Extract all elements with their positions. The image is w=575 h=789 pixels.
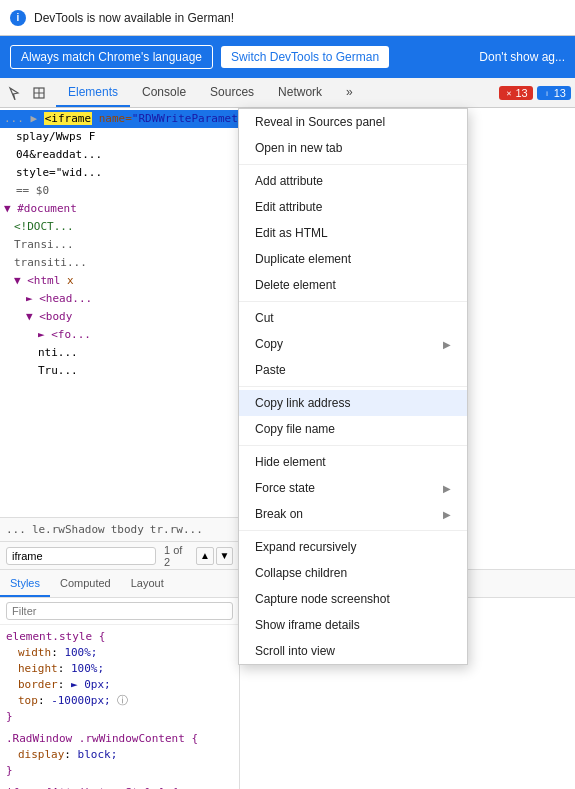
- dom-line[interactable]: Transi...: [0, 236, 239, 254]
- dom-tree: ... ▶ <iframe name="RDWWriteParameter" s…: [0, 108, 239, 517]
- svg-text:✕: ✕: [506, 90, 512, 97]
- search-next-button[interactable]: ▼: [216, 547, 233, 565]
- context-menu-item[interactable]: Copy link address: [239, 390, 467, 416]
- tab-console[interactable]: Console: [130, 78, 198, 107]
- dom-line[interactable]: ▼ <html x: [0, 272, 239, 290]
- context-menu-item[interactable]: Open in new tab: [239, 135, 467, 161]
- context-menu-item[interactable]: Copy▶: [239, 331, 467, 357]
- notification-bar: i DevTools is now available in German!: [0, 0, 575, 36]
- search-bar: 1 of 2 ▲ ▼: [0, 541, 239, 569]
- toolbar-icons: [4, 82, 50, 104]
- devtools-toolbar: Elements Console Sources Network » ✕ 13 …: [0, 78, 575, 108]
- search-input[interactable]: [6, 547, 156, 565]
- context-menu-item[interactable]: Scroll into view: [239, 638, 467, 664]
- tab-sources[interactable]: Sources: [198, 78, 266, 107]
- context-menu: Reveal in Sources panelOpen in new tabAd…: [238, 108, 468, 665]
- styles-panel: Styles Computed Layout element.style { w…: [0, 569, 239, 789]
- tab-styles[interactable]: Styles: [0, 570, 50, 597]
- context-menu-item[interactable]: Hide element: [239, 449, 467, 475]
- submenu-arrow-icon: ▶: [443, 509, 451, 520]
- toolbar-right: ✕ 13 i 13: [499, 86, 572, 100]
- context-menu-item[interactable]: Break on▶: [239, 501, 467, 527]
- css-block: iframe[Attributes Style] { border-top-wi…: [6, 785, 233, 789]
- match-language-button[interactable]: Always match Chrome's language: [10, 45, 213, 69]
- styles-filter: [0, 598, 239, 625]
- info-icon: i: [10, 10, 26, 26]
- dom-line[interactable]: ► <head...: [0, 290, 239, 308]
- search-nav: 1 of 2 ▲ ▼: [160, 544, 233, 568]
- dom-line[interactable]: style="wid...: [0, 164, 239, 182]
- css-block: element.style { width: 100%; height: 100…: [6, 629, 233, 725]
- context-menu-item[interactable]: Edit attribute: [239, 194, 467, 220]
- menu-divider: [239, 530, 467, 531]
- dom-line[interactable]: <!DOCT...: [0, 218, 239, 236]
- cursor-icon[interactable]: [4, 82, 26, 104]
- switch-language-button[interactable]: Switch DevTools to German: [221, 46, 389, 68]
- dom-line[interactable]: nti...: [0, 344, 239, 362]
- context-menu-item[interactable]: Show iframe details: [239, 612, 467, 638]
- context-menu-item[interactable]: Force state▶: [239, 475, 467, 501]
- context-menu-item[interactable]: Capture node screenshot: [239, 586, 467, 612]
- warning-badge[interactable]: i 13: [537, 86, 571, 100]
- menu-divider: [239, 445, 467, 446]
- search-prev-button[interactable]: ▲: [196, 547, 213, 565]
- styles-content: element.style { width: 100%; height: 100…: [0, 625, 239, 789]
- devtools-tabs: Elements Console Sources Network »: [56, 78, 499, 107]
- breadcrumb: ... le.rwShadow tbody tr.rw...: [0, 517, 239, 541]
- dom-line[interactable]: transiti...: [0, 254, 239, 272]
- language-banner: Always match Chrome's language Switch De…: [0, 36, 575, 78]
- dom-line[interactable]: splay/Wwps F: [0, 128, 239, 146]
- context-menu-item[interactable]: Collapse children: [239, 560, 467, 586]
- styles-tabs: Styles Computed Layout: [0, 570, 239, 598]
- context-menu-item[interactable]: Edit as HTML: [239, 220, 467, 246]
- dom-line[interactable]: == $0: [0, 182, 239, 200]
- search-count: 1 of 2: [164, 544, 190, 568]
- dismiss-banner-button[interactable]: Don't show ag...: [479, 50, 565, 64]
- tab-layout[interactable]: Layout: [121, 570, 174, 597]
- menu-divider: [239, 301, 467, 302]
- context-menu-item[interactable]: Reveal in Sources panel: [239, 109, 467, 135]
- tab-elements[interactable]: Elements: [56, 78, 130, 107]
- tab-network[interactable]: Network: [266, 78, 334, 107]
- context-menu-item[interactable]: Delete element: [239, 272, 467, 298]
- elements-panel: ... ▶ <iframe name="RDWWriteParameter" s…: [0, 108, 240, 789]
- dom-line[interactable]: ▼ <body: [0, 308, 239, 326]
- submenu-arrow-icon: ▶: [443, 483, 451, 494]
- tab-computed[interactable]: Computed: [50, 570, 121, 597]
- notification-text: DevTools is now available in German!: [34, 11, 565, 25]
- context-menu-item[interactable]: Add attribute: [239, 168, 467, 194]
- context-menu-item[interactable]: Duplicate element: [239, 246, 467, 272]
- dom-line[interactable]: ▼ #document: [0, 200, 239, 218]
- dom-line[interactable]: 04&readdat...: [0, 146, 239, 164]
- context-menu-item[interactable]: Expand recursively: [239, 534, 467, 560]
- submenu-arrow-icon: ▶: [443, 339, 451, 350]
- context-menu-item[interactable]: Copy file name: [239, 416, 467, 442]
- context-menu-item[interactable]: Paste: [239, 357, 467, 383]
- tab-more[interactable]: »: [334, 78, 365, 107]
- dom-line[interactable]: ... ▶ <iframe name="RDWWriteParameter" s…: [0, 110, 239, 128]
- dom-line[interactable]: ► <fo...: [0, 326, 239, 344]
- menu-divider: [239, 164, 467, 165]
- filter-input[interactable]: [6, 602, 233, 620]
- highlight-tag: <iframe: [44, 112, 92, 125]
- error-badge[interactable]: ✕ 13: [499, 86, 533, 100]
- context-menu-item[interactable]: Cut: [239, 305, 467, 331]
- menu-divider: [239, 386, 467, 387]
- css-block: .RadWindow .rwWindowContent { display: b…: [6, 731, 233, 779]
- inspect-icon[interactable]: [28, 82, 50, 104]
- dom-line[interactable]: Tru...: [0, 362, 239, 380]
